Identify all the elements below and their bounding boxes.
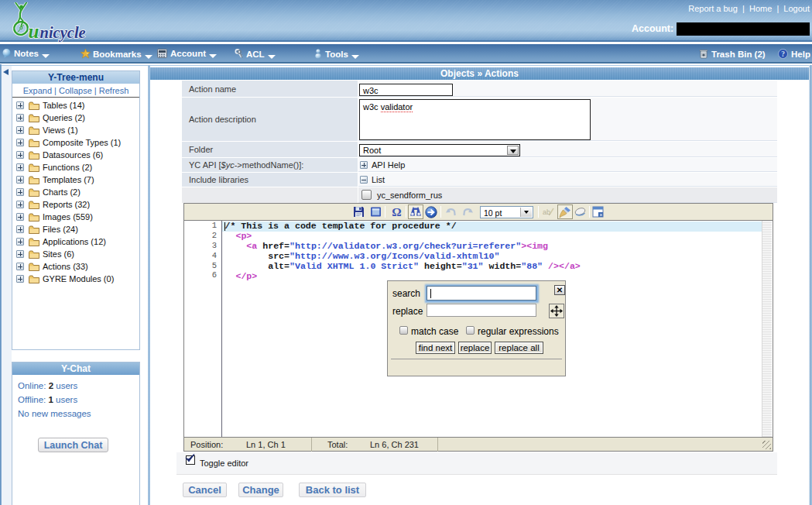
svg-text:u: u xyxy=(29,21,39,42)
svg-text:Ω: Ω xyxy=(392,205,401,218)
svg-text:?: ? xyxy=(781,50,785,58)
svg-text:nicycle: nicycle xyxy=(40,24,86,42)
